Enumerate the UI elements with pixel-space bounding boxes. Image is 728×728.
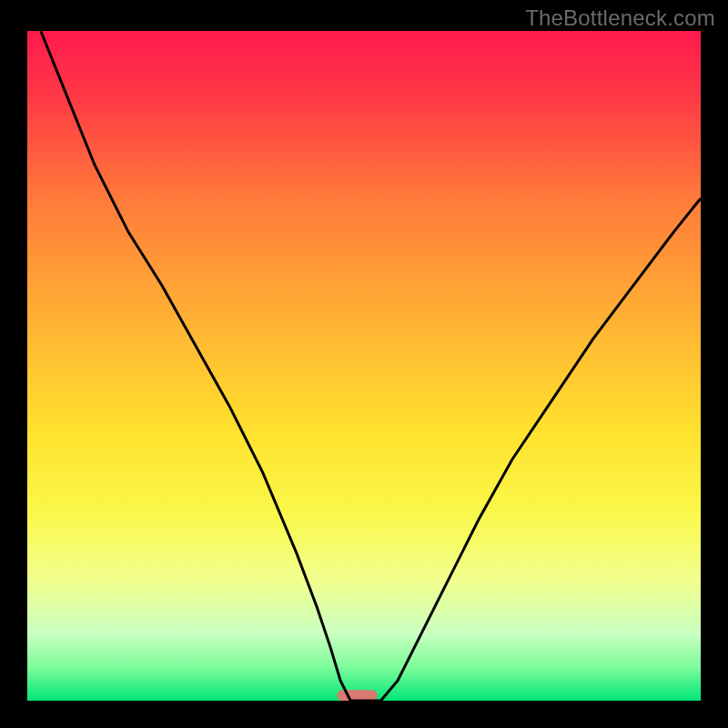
bottom-marker bbox=[337, 690, 377, 701]
watermark-text: TheBottleneck.com bbox=[525, 5, 715, 31]
bottleneck-chart bbox=[0, 0, 728, 728]
chart-frame: { "watermark": "TheBottleneck.com", "cha… bbox=[0, 0, 728, 728]
plot-background bbox=[27, 31, 701, 701]
